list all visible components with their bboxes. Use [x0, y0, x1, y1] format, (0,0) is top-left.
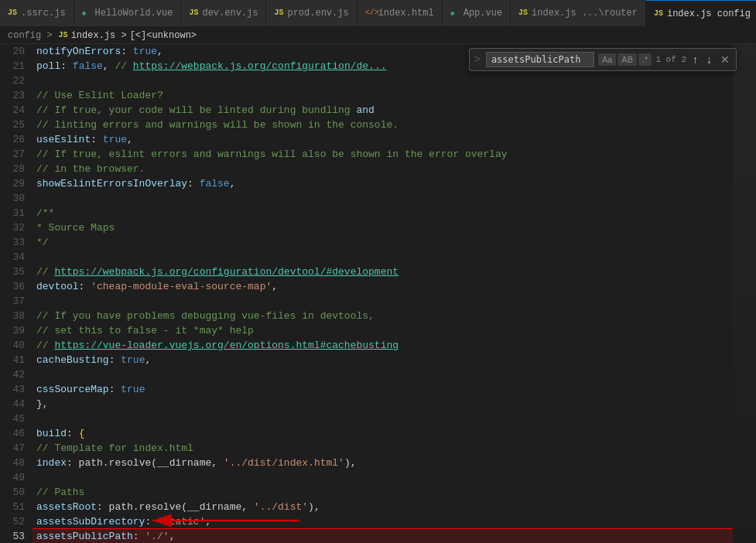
code-line: assetsPublicPath: './',	[32, 529, 733, 543]
line-number: 48	[4, 456, 25, 470]
line-number: 29	[4, 176, 25, 191]
line-number: 22	[4, 73, 25, 88]
code-line: cssSourceMap: true	[32, 382, 733, 397]
code-line	[32, 470, 733, 485]
code-line: */	[32, 235, 733, 250]
line-number: 34	[4, 250, 25, 265]
line-number: 25	[4, 118, 25, 132]
minimap[interactable]	[733, 44, 756, 543]
line-numbers: 2021222324252627282930313233343536373839…	[0, 44, 32, 543]
line-number: 46	[4, 426, 25, 441]
js-icon: JS	[518, 9, 528, 18]
code-line	[32, 250, 733, 265]
code-line	[32, 367, 733, 382]
regex-button[interactable]: .*	[638, 53, 652, 66]
tab-app-vue[interactable]: ◈ App.vue	[443, 0, 511, 27]
tab-bar: JS .ssrc.js ◈ HelloWorld.vue JS dev.env.…	[0, 0, 756, 27]
match-case-button[interactable]: Aa	[598, 53, 616, 66]
code-line	[32, 294, 733, 309]
code-line: // If true, your code will be linted dur…	[32, 103, 733, 118]
tab-label: .ssrc.js	[21, 8, 66, 19]
tab-label: HelloWorld.vue	[95, 8, 173, 19]
tab-label: prod.env.js	[287, 8, 348, 19]
tab-index-router-js[interactable]: JS index.js ...\router	[511, 0, 646, 27]
vue-icon: ◈	[450, 9, 460, 18]
tab-index-config-js[interactable]: JS index.js config ●	[646, 0, 756, 27]
code-line: // linting errors and warnings will be s…	[32, 118, 733, 132]
code-line: useEslint: true,	[32, 132, 733, 147]
line-number: 24	[4, 103, 25, 118]
code-line	[32, 191, 733, 206]
line-number: 33	[4, 235, 25, 250]
line-number: 50	[4, 485, 25, 500]
line-number: 26	[4, 132, 25, 147]
line-number: 20	[4, 44, 25, 59]
code-line: // Use Eslint Loader?	[32, 88, 733, 103]
line-number: 28	[4, 162, 25, 176]
line-number: 40	[4, 338, 25, 353]
breadcrumb-part: config >	[8, 30, 53, 41]
tab-label: index.html	[378, 8, 434, 19]
tab-index-html[interactable]: </> index.html	[357, 0, 443, 27]
whole-word-button[interactable]: AB	[617, 53, 637, 66]
breadcrumb-js-icon: JS	[59, 31, 68, 39]
editor-container: > Aa AB .* 1 of 2 ↑ ↓ ✕ 2021222324252627…	[0, 44, 756, 543]
line-number: 52	[4, 514, 25, 529]
line-number: 21	[4, 59, 25, 73]
code-line: },	[32, 397, 733, 412]
search-match-count: 1 of 2	[655, 55, 686, 64]
search-close-button[interactable]: ✕	[718, 53, 732, 66]
code-line: /**	[32, 206, 733, 220]
code-area[interactable]: notifyOnErrors: true, poll: false, // ht…	[32, 44, 733, 543]
search-next-button[interactable]: ↓	[704, 53, 714, 66]
html-icon: </>	[365, 9, 375, 18]
search-widget: > Aa AB .* 1 of 2 ↑ ↓ ✕	[469, 48, 737, 71]
line-number: 39	[4, 323, 25, 338]
line-number: 41	[4, 353, 25, 367]
tab-dev-env-js[interactable]: JS dev.env.js	[181, 0, 266, 27]
code-line: cacheBusting: true,	[32, 353, 733, 367]
code-line: assetsSubDirectory: 'static',	[32, 514, 733, 529]
code-line	[32, 412, 733, 426]
code-line: // If true, eslint errors and warnings w…	[32, 147, 733, 162]
tab-label: index.js config	[667, 9, 751, 19]
search-input[interactable]	[486, 52, 594, 67]
tab-ssrc-js[interactable]: JS .ssrc.js	[0, 0, 74, 27]
line-number: 42	[4, 367, 25, 382]
breadcrumb-location: [<]<unknown>	[130, 30, 197, 41]
minimap-content	[733, 44, 756, 543]
search-options: Aa AB .*	[598, 53, 652, 66]
js-icon: JS	[8, 9, 17, 18]
code-line: devtool: 'cheap-module-eval-source-map',	[32, 279, 733, 294]
code-line: // set this to false - it *may* help	[32, 323, 733, 338]
line-number: 27	[4, 147, 25, 162]
vue-icon: ◈	[82, 9, 91, 18]
line-number: 53	[4, 529, 25, 543]
line-number: 36	[4, 279, 25, 294]
code-line: * Source Maps	[32, 220, 733, 235]
line-number: 49	[4, 470, 25, 485]
js-icon: JS	[189, 9, 198, 18]
search-prev-button[interactable]: ↑	[690, 53, 700, 66]
breadcrumb: config > JS index.js > [<]<unknown>	[0, 27, 756, 44]
tab-prod-env-js[interactable]: JS prod.env.js	[266, 0, 357, 27]
code-line: assetsRoot: path.resolve(__dirname, '../…	[32, 500, 733, 514]
line-number: 31	[4, 206, 25, 220]
line-number: 30	[4, 191, 25, 206]
js-icon: JS	[274, 9, 283, 18]
code-line: // in the browser.	[32, 162, 733, 176]
line-number: 51	[4, 500, 25, 514]
line-number: 32	[4, 220, 25, 235]
code-line: // Paths	[32, 485, 733, 500]
tab-label: index.js ...\router	[532, 8, 638, 19]
line-number: 37	[4, 294, 25, 309]
line-number: 45	[4, 412, 25, 426]
code-line: // https://vue-loader.vuejs.org/en/optio…	[32, 338, 733, 353]
tab-helloworld-vue[interactable]: ◈ HelloWorld.vue	[74, 0, 182, 27]
code-line	[32, 73, 733, 88]
search-expand-icon[interactable]: >	[474, 53, 480, 66]
breadcrumb-filename: index.js >	[71, 30, 127, 41]
line-number: 38	[4, 309, 25, 323]
code-line: showEslintErrorsInOverlay: false,	[32, 176, 733, 191]
code-line: index: path.resolve(__dirname, '../dist/…	[32, 456, 733, 470]
